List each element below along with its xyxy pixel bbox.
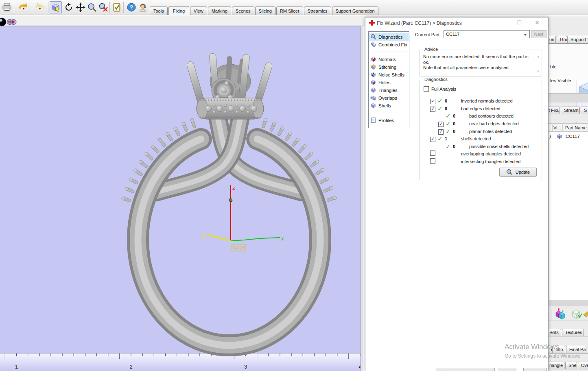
undo-button[interactable]: ▾: [16, 1, 31, 13]
diagnostic-row: ✓✓0planar holes detected: [430, 127, 539, 135]
part-list-header[interactable]: . Vi... Part Name ^: [549, 123, 588, 132]
help-dialog-button[interactable]: [523, 368, 547, 371]
wireframe-part-icon[interactable]: [571, 308, 583, 321]
scroll-down-icon[interactable]: ∨: [537, 69, 540, 73]
info-tab-info[interactable]: Info: [552, 346, 565, 354]
diagnostic-checkbox[interactable]: ✓: [438, 129, 444, 135]
zoom-tool-button[interactable]: [86, 1, 98, 13]
diagnostic-row: ✓✓0near bad edges detected: [430, 120, 539, 128]
diagnostic-label: overlapping triangles detected: [461, 151, 521, 156]
nav-separator: [369, 113, 409, 113]
scroll-up-icon[interactable]: ∧: [537, 55, 540, 59]
diagnostic-count: 0: [445, 98, 461, 103]
list-tab-streami-[interactable]: Streami..: [561, 107, 580, 114]
nav-item-triangles[interactable]: Triangles: [369, 86, 409, 94]
diagnostic-checkbox[interactable]: ✓: [430, 107, 435, 112]
help-button[interactable]: ?: [125, 1, 138, 13]
right-panel: onGridSupport Vi ble les Visible t Fixi.…: [549, 17, 588, 371]
ribbon-tab-rm-slicer[interactable]: RM Slicer: [276, 7, 303, 15]
diagnostic-checkbox[interactable]: [430, 151, 435, 156]
diagnostic-checkbox[interactable]: ✓: [438, 122, 444, 127]
magnifier-icon: [506, 169, 513, 175]
visible-option-1: ble: [550, 64, 556, 69]
texture-tab-ents[interactable]: ents: [547, 329, 561, 336]
ribbon-tab-view[interactable]: View: [190, 7, 207, 15]
rotate-tool-button[interactable]: [63, 1, 75, 13]
view-tab-support-vi[interactable]: Support Vi: [567, 36, 588, 44]
diagnostic-count: 0: [453, 129, 469, 134]
wcs-y-label: y: [202, 232, 205, 239]
pan-tool-button[interactable]: [74, 1, 87, 13]
diagnostic-count: 0: [445, 106, 461, 111]
shell-tab-overl[interactable]: Overl: [578, 362, 588, 369]
nav-item-combined-fix[interactable]: Combined Fix: [369, 41, 409, 48]
ribbon-tab-slicing[interactable]: Slicing: [255, 7, 275, 15]
diagnostic-label: planar holes detected: [469, 129, 512, 134]
ribbon-tab-streamics[interactable]: Streamics: [304, 7, 331, 15]
wcs-box-label: WCS: [233, 245, 245, 251]
ribbon-tab-fixing[interactable]: Fixing: [168, 6, 189, 15]
shell-tab-riangle[interactable]: riangle: [546, 362, 564, 369]
list-tab-s[interactable]: S: [581, 107, 588, 114]
panel-splitter[interactable]: [549, 93, 588, 103]
merge-parts-button[interactable]: [6, 16, 18, 28]
nav-item-stitching[interactable]: Stitching: [369, 63, 409, 71]
follow-advice-button[interactable]: [436, 368, 495, 371]
diagnostic-label: shells detected: [461, 136, 491, 141]
next-button[interactable]: Next: [531, 30, 546, 38]
sort-caret-icon: ^: [575, 121, 577, 126]
full-analysis-checkbox[interactable]: Full Analysis: [424, 86, 456, 92]
ruler-number: 2: [129, 364, 132, 370]
nav-item-normals[interactable]: Normals: [369, 55, 409, 63]
nav-item-profiles[interactable]: Profiles: [369, 116, 409, 124]
view-tab-grid[interactable]: Grid: [557, 36, 567, 44]
info-tab-final-part[interactable]: Final Part: [566, 346, 586, 354]
texture-tab-textures[interactable]: Textures: [562, 329, 584, 336]
nav-item-holes[interactable]: Holes: [369, 79, 409, 86]
ribbon-tab-support-generation[interactable]: Support Generation: [332, 7, 378, 15]
undo-dropdown-icon[interactable]: ▾: [23, 7, 24, 11]
check-ok-icon: ✓: [446, 113, 453, 119]
ribbon-tab-marking[interactable]: Marking: [208, 7, 231, 15]
print-button[interactable]: [1, 1, 13, 13]
wcs-x-label: x: [281, 236, 284, 242]
checklist-button[interactable]: [111, 1, 123, 13]
ribbon-tab-scenes[interactable]: Scenes: [232, 7, 254, 15]
nav-item-noise-shells[interactable]: Noise Shells: [369, 71, 409, 79]
redo-button[interactable]: ▾: [33, 1, 47, 13]
select-tool-button[interactable]: [50, 1, 62, 13]
part-cube-icon: [557, 133, 562, 139]
viewport-3d[interactable]: 1234: [0, 0, 363, 371]
part-name: CC117: [566, 134, 580, 139]
close-button[interactable]: ✕: [533, 20, 541, 26]
advice-groupbox: Advice No more errors are detected. It s…: [419, 50, 542, 77]
part-list-row[interactable]: ) CC117: [549, 132, 588, 140]
ruler-number: 3: [244, 364, 247, 370]
colored-parts-icon[interactable]: [554, 308, 566, 321]
nav-item-overlaps[interactable]: Overlaps: [369, 94, 409, 102]
unzoom-tool-button[interactable]: [97, 1, 109, 13]
ruler-number: 1: [15, 364, 18, 370]
update-button[interactable]: Update: [499, 168, 537, 177]
assistant-button[interactable]: [137, 1, 149, 13]
shell-tab-shell[interactable]: Shell: [565, 362, 577, 369]
dialog-titlebar[interactable]: Fix Wizard (Part: CC117) > Diagnostics –…: [365, 17, 548, 28]
maximize-button[interactable]: ☐: [516, 20, 523, 26]
diagnostic-label: bad contours detected: [469, 113, 514, 118]
diagnostic-checkbox[interactable]: [430, 158, 435, 164]
diagnostic-count: 1: [445, 136, 461, 141]
diagnostic-checkbox[interactable]: ✓: [430, 137, 435, 142]
view-options-panel: ble les Visible: [549, 44, 588, 93]
platform-icon[interactable]: [584, 309, 588, 320]
ribbon-tab-tools[interactable]: Tools: [150, 7, 168, 15]
not-analysed-dot-icon: [437, 159, 445, 164]
current-part-combobox[interactable]: CC117: [444, 30, 530, 38]
close-dialog-button[interactable]: [498, 368, 516, 371]
nav-item-shells[interactable]: Shells: [369, 102, 409, 109]
minimize-button[interactable]: –: [498, 20, 506, 26]
redo-dropdown-icon[interactable]: ▾: [39, 7, 41, 11]
diagnostic-label: near bad edges detected: [469, 121, 519, 126]
chevron-down-icon: [524, 34, 527, 36]
diagnostic-checkbox[interactable]: ✓: [430, 99, 435, 104]
nav-item-diagnostics[interactable]: Diagnostics: [369, 33, 409, 41]
